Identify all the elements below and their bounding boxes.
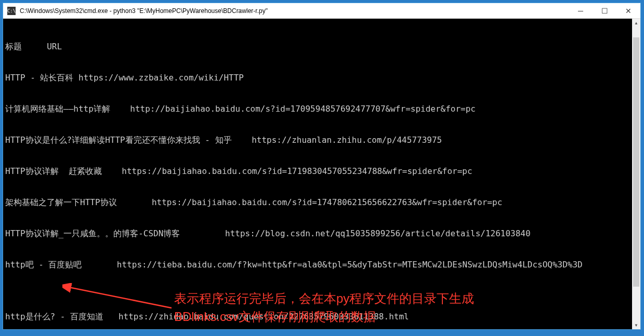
- window-controls: ─ ☐ ✕: [569, 3, 640, 18]
- scroll-up-arrow-icon[interactable]: ▲: [632, 19, 640, 27]
- cmd-window: C:\ C:\Windows\System32\cmd.exe - python…: [3, 3, 641, 330]
- minimize-button[interactable]: ─: [569, 3, 593, 18]
- console-line: 计算机网络基础——http详解 http://baijiahao.baidu.c…: [5, 104, 640, 114]
- console-line: HTTP协议详解_一只咸鱼。。的博客-CSDN博客 https://blog.c…: [5, 229, 640, 239]
- console-line: 架构基础之了解一下HTTP协议 https://baijiahao.baidu.…: [5, 197, 640, 208]
- scroll-down-arrow-icon[interactable]: ▼: [632, 321, 640, 329]
- annotation-text-line2: BDlinks.csv文件保存刚刚爬取的数据: [174, 308, 376, 325]
- close-button[interactable]: ✕: [616, 3, 640, 18]
- console-line: HTTP协议是什么?详细解读HTTP看完还不懂你来找我 - 知乎 https:/…: [5, 135, 640, 145]
- scrollbar-thumb[interactable]: [633, 37, 639, 287]
- titlebar[interactable]: C:\ C:\Windows\System32\cmd.exe - python…: [3, 3, 640, 19]
- console-line: 标题 URL: [5, 42, 640, 52]
- console-line: http吧 - 百度贴吧 https://tieba.baidu.com/f?k…: [5, 260, 640, 270]
- vertical-scrollbar[interactable]: ▲ ▼: [632, 19, 640, 329]
- console-line: HTTP - 站长百科 https://www.zzbaike.com/wiki…: [5, 73, 640, 83]
- annotation-text-line1: 表示程序运行完毕后，会在本py程序文件的目录下生成: [174, 290, 474, 307]
- console-output[interactable]: 标题 URL HTTP - 站长百科 https://www.zzbaike.c…: [3, 19, 640, 329]
- window-title: C:\Windows\System32\cmd.exe - python3 "E…: [20, 7, 569, 15]
- scrollbar-track[interactable]: [632, 27, 640, 321]
- console-line: HTTP协议详解 赶紧收藏 https://baijiahao.baidu.co…: [5, 166, 640, 177]
- cmd-icon: C:\: [7, 7, 16, 15]
- maximize-button[interactable]: ☐: [593, 3, 616, 18]
